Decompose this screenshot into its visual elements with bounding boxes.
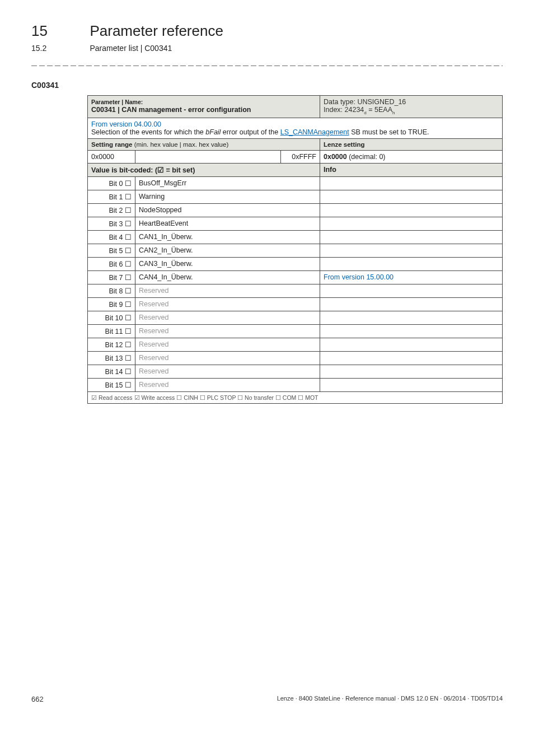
bit-info [320, 378, 503, 391]
bit-label: Reserved [135, 351, 320, 365]
desc-post: SB must be set to TRUE. [349, 128, 429, 136]
bit-number: Bit 7 ☐ [88, 270, 135, 284]
bit-number: Bit 6 ☐ [88, 257, 135, 270]
chapter-title: Parameter reference [90, 22, 223, 40]
bitcoded-header: Value is bit-coded: (☑ = bit set) [88, 163, 320, 176]
default-rest: (decimal: 0) [347, 153, 386, 161]
bit-number: Bit 15 ☐ [88, 378, 135, 391]
desc-mid: error output of the [221, 128, 280, 136]
bit-info-link[interactable]: From version 15.00.00 [324, 273, 394, 281]
bit-label: Reserved [135, 338, 320, 351]
bit-info [320, 230, 503, 244]
bit-number: Bit 1 ☐ [88, 190, 135, 203]
footer-doc-string: Lenze · 8400 StateLine · Reference manua… [277, 695, 503, 702]
bit-info [320, 324, 503, 338]
data-type-line1: Data type: UNSIGNED_16 [324, 98, 406, 106]
separator-line [31, 66, 503, 66]
lenze-setting-label: Lenze setting [324, 141, 364, 148]
index-prefix: Index: 24234 [324, 106, 364, 114]
range-max: 0xFFFF [281, 150, 320, 163]
bit-number: Bit 11 ☐ [88, 324, 135, 338]
index-mid: = 5EAA [367, 106, 392, 114]
bit-info [320, 257, 503, 270]
param-name-header: Parameter | Name: C00341 | CAN managemen… [88, 96, 320, 118]
bit-info: From version 15.00.00 [320, 270, 503, 284]
desc-link[interactable]: LS_CANMAnagement [280, 128, 349, 136]
subsection-header: 15.2 Parameter list | C00341 [31, 43, 503, 53]
bit-label: CAN3_In_Überw. [135, 257, 320, 270]
parameter-anchor: C00341 [31, 81, 503, 90]
bit-info [320, 311, 503, 324]
bit-label: Reserved [135, 284, 320, 297]
data-type-line2: Index: 24234d = 5EAAh [324, 106, 395, 114]
bit-number: Bit 4 ☐ [88, 230, 135, 244]
chapter-header: 15 Parameter reference [31, 22, 503, 40]
bit-label: Reserved [135, 365, 320, 378]
page-number: 662 [31, 695, 44, 703]
bit-number: Bit 14 ☐ [88, 365, 135, 378]
bit-number: Bit 8 ☐ [88, 284, 135, 297]
bit-label: NodeStopped [135, 203, 320, 217]
bit-label: CAN4_In_Überw. [135, 270, 320, 284]
bit-info [320, 365, 503, 378]
default-value-cell: 0x0000 (decimal: 0) [320, 150, 503, 163]
lenze-setting-header: Lenze setting [320, 138, 503, 150]
range-spacer [135, 150, 281, 163]
setting-range-bold: Setting range [91, 141, 134, 148]
bit-number: Bit 0 ☐ [88, 176, 135, 190]
bit-info [320, 351, 503, 365]
bit-info [320, 338, 503, 351]
bit-label: Warning [135, 190, 320, 203]
bit-info [320, 190, 503, 203]
bit-label: Reserved [135, 297, 320, 311]
bit-info [320, 203, 503, 217]
bit-label: Reserved [135, 311, 320, 324]
bit-info [320, 244, 503, 257]
bit-label: BusOff_MsgErr [135, 176, 320, 190]
bit-info [320, 176, 503, 190]
data-type-cell: Data type: UNSIGNED_16 Index: 24234d = 5… [320, 96, 503, 118]
bit-number: Bit 9 ☐ [88, 297, 135, 311]
bit-label: CAN2_In_Überw. [135, 244, 320, 257]
default-bold: 0x0000 [324, 153, 347, 161]
bit-number: Bit 2 ☐ [88, 203, 135, 217]
bit-number: Bit 10 ☐ [88, 311, 135, 324]
bit-info [320, 217, 503, 230]
bit-number: Bit 13 ☐ [88, 351, 135, 365]
parameter-table: Parameter | Name: C00341 | CAN managemen… [87, 95, 503, 404]
subsection-title: Parameter list | C00341 [90, 44, 172, 53]
range-min: 0x0000 [88, 150, 135, 163]
desc-ital: bFail [205, 128, 221, 136]
param-name-value: C00341 | CAN management - error configur… [91, 106, 251, 114]
from-version-link[interactable]: From version 04.00.00 [91, 120, 161, 128]
info-header: Info [320, 163, 503, 176]
setting-range-header: Setting range (min. hex value | max. hex… [88, 138, 320, 150]
access-footer: ☑ Read access ☑ Write access ☐ CINH ☐ PL… [88, 391, 503, 403]
bit-label: HeartBeatEvent [135, 217, 320, 230]
chapter-number: 15 [31, 22, 87, 40]
bit-number: Bit 12 ☐ [88, 338, 135, 351]
desc-pre: Selection of the events for which the [91, 128, 205, 136]
bit-label: Reserved [135, 378, 320, 391]
index-sub-h: h [392, 110, 395, 115]
param-name-label: Parameter | Name: [91, 99, 143, 105]
bit-number: Bit 5 ☐ [88, 244, 135, 257]
description-cell: From version 04.00.00 Selection of the e… [88, 118, 503, 138]
bit-label: Reserved [135, 324, 320, 338]
bit-info [320, 297, 503, 311]
setting-range-rest: (min. hex value | max. hex value) [134, 141, 229, 148]
bit-number: Bit 3 ☐ [88, 217, 135, 230]
bit-info [320, 284, 503, 297]
page-footer: 662 Lenze · 8400 StateLine · Reference m… [31, 695, 503, 703]
subsection-number: 15.2 [31, 44, 87, 53]
bit-label: CAN1_In_Überw. [135, 230, 320, 244]
